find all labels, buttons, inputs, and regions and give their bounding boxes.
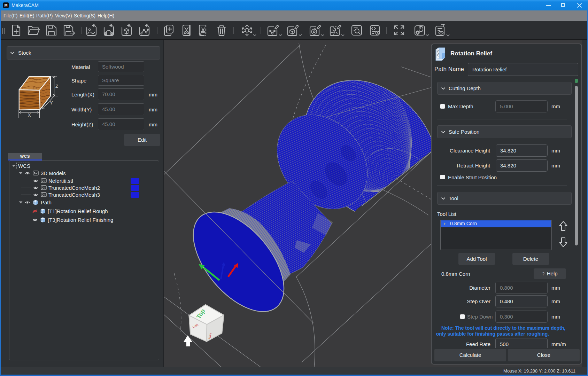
- svg-text:Y: Y: [50, 100, 53, 105]
- svg-text:X: X: [28, 112, 31, 118]
- svg-text:Z: Z: [55, 84, 58, 89]
